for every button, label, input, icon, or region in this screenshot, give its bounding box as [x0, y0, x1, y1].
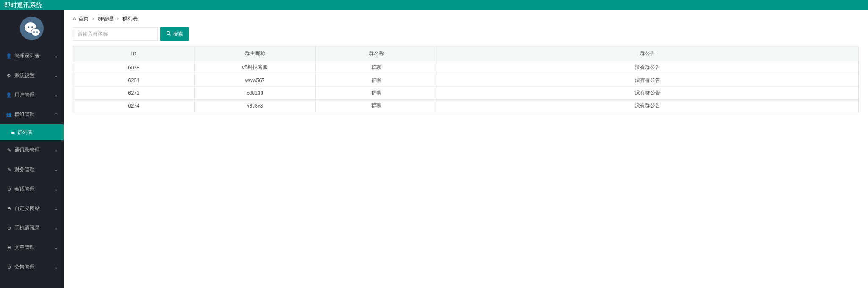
- sidebar-item-label: 手机通讯录: [14, 224, 40, 232]
- cell-id: 6274: [73, 100, 195, 112]
- breadcrumb-home[interactable]: 首页: [78, 15, 89, 22]
- globe-icon: ⊕: [6, 206, 12, 211]
- sidebar-item-group-mgmt[interactable]: 👥 群组管理 ⌃: [0, 105, 64, 124]
- chevron-down-icon: ⌄: [54, 148, 58, 152]
- search-icon: [166, 31, 171, 37]
- sidebar-item-system-settings[interactable]: ⚙ 系统设置 ⌄: [0, 66, 64, 85]
- main-content: ⌂ 首页 › 群管理 › 群列表 搜索 ID 群主昵称: [64, 10, 868, 288]
- sidebar-subitem-label: 群列表: [17, 129, 33, 136]
- list-icon: ☰: [11, 130, 15, 135]
- chevron-down-icon: ⌄: [54, 73, 58, 78]
- sidebar-item-phone-contacts[interactable]: ⊕ 手机通讯录 ⌄: [0, 218, 64, 238]
- table-row[interactable]: 6274 v8v8v8 群聊 没有群公告: [73, 100, 859, 112]
- chevron-down-icon: ⌄: [54, 187, 58, 191]
- sidebar-item-label: 自定义网站: [14, 205, 40, 212]
- gear-icon: ⚙: [6, 73, 12, 78]
- cell-owner: v8科技客服: [195, 61, 316, 74]
- cell-id: 6271: [73, 87, 195, 100]
- topbar: 即时通讯系统: [0, 0, 868, 10]
- sidebar-item-label: 会话管理: [14, 186, 35, 193]
- wechat-icon: [20, 17, 44, 40]
- sidebar: 👤 管理员列表 ⌄ ⚙ 系统设置 ⌄ 👤 用户管理 ⌄ 👥 群组管理 ⌃ ☰ 群…: [0, 10, 64, 288]
- breadcrumb-level1[interactable]: 群管理: [98, 15, 113, 22]
- search-button[interactable]: 搜索: [160, 27, 189, 41]
- cell-id: 6078: [73, 61, 195, 74]
- svg-point-0: [167, 31, 170, 34]
- cell-name: 群聊: [316, 61, 437, 74]
- sidebar-item-label: 通讯录管理: [14, 147, 40, 154]
- search-input[interactable]: [73, 27, 158, 41]
- table-row[interactable]: 6271 xd8133 群聊 没有群公告: [73, 87, 859, 100]
- sidebar-item-label: 管理员列表: [14, 53, 40, 60]
- chevron-down-icon: ⌄: [54, 93, 58, 97]
- cell-name: 群聊: [316, 87, 437, 100]
- globe-icon: ⊕: [6, 264, 12, 270]
- globe-icon: ⊕: [6, 186, 12, 192]
- cell-owner: v8v8v8: [195, 100, 316, 112]
- cell-owner: www567: [195, 74, 316, 87]
- group-table: ID 群主昵称 群名称 群公告 6078 v8科技客服 群聊 没有群公告 626…: [73, 46, 859, 112]
- search-row: 搜索: [64, 27, 868, 46]
- col-header-notice: 群公告: [437, 46, 859, 61]
- col-header-id: ID: [73, 46, 195, 61]
- breadcrumb-sep: ›: [117, 16, 119, 22]
- globe-icon: ⊕: [6, 245, 12, 250]
- sidebar-item-contacts-mgmt[interactable]: ✎ 通讯录管理 ⌄: [0, 140, 64, 160]
- col-header-name: 群名称: [316, 46, 437, 61]
- cell-owner: xd8133: [195, 87, 316, 100]
- cell-id: 6264: [73, 74, 195, 87]
- sidebar-item-label: 用户管理: [14, 91, 35, 99]
- sidebar-item-label: 文章管理: [14, 244, 35, 251]
- sidebar-item-admin-list[interactable]: 👤 管理员列表 ⌄: [0, 46, 64, 66]
- sidebar-item-session-mgmt[interactable]: ⊕ 会话管理 ⌄: [0, 179, 64, 199]
- sidebar-item-label: 公告管理: [14, 263, 35, 271]
- edit-icon: ✎: [6, 147, 12, 153]
- cell-notice: 没有群公告: [437, 100, 859, 112]
- table-header-row: ID 群主昵称 群名称 群公告: [73, 46, 859, 61]
- cell-notice: 没有群公告: [437, 87, 859, 100]
- chevron-down-icon: ⌄: [54, 206, 58, 211]
- edit-icon: ✎: [6, 167, 12, 172]
- chevron-down-icon: ⌄: [54, 226, 58, 230]
- col-header-owner: 群主昵称: [195, 46, 316, 61]
- table-container: ID 群主昵称 群名称 群公告 6078 v8科技客服 群聊 没有群公告 626…: [64, 46, 868, 112]
- breadcrumb: ⌂ 首页 › 群管理 › 群列表: [64, 10, 868, 27]
- cell-name: 群聊: [316, 74, 437, 87]
- logo: [0, 10, 64, 46]
- sidebar-item-label: 财务管理: [14, 166, 35, 173]
- table-row[interactable]: 6078 v8科技客服 群聊 没有群公告: [73, 61, 859, 74]
- search-button-label: 搜索: [173, 30, 183, 38]
- app-title: 即时通讯系统: [4, 1, 42, 9]
- table-row[interactable]: 6264 www567 群聊 没有群公告: [73, 74, 859, 87]
- chevron-down-icon: ⌄: [54, 167, 58, 172]
- sidebar-item-label: 群组管理: [14, 111, 35, 118]
- chevron-down-icon: ⌄: [54, 265, 58, 269]
- sidebar-item-label: 系统设置: [14, 72, 35, 79]
- sidebar-item-article-mgmt[interactable]: ⊕ 文章管理 ⌄: [0, 238, 64, 257]
- sidebar-item-user-mgmt[interactable]: 👤 用户管理 ⌄: [0, 85, 64, 105]
- cell-notice: 没有群公告: [437, 74, 859, 87]
- chevron-down-icon: ⌄: [54, 245, 58, 250]
- cell-name: 群聊: [316, 100, 437, 112]
- home-icon: ⌂: [73, 16, 76, 22]
- chevron-up-icon: ⌃: [54, 112, 58, 117]
- breadcrumb-current: 群列表: [122, 15, 138, 22]
- users-icon: 👥: [6, 112, 12, 117]
- sidebar-item-notice-mgmt[interactable]: ⊕ 公告管理 ⌄: [0, 257, 64, 277]
- svg-line-1: [170, 34, 171, 35]
- sidebar-item-custom-website[interactable]: ⊕ 自定义网站 ⌄: [0, 199, 64, 218]
- cell-notice: 没有群公告: [437, 61, 859, 74]
- chevron-down-icon: ⌄: [54, 54, 58, 58]
- sidebar-item-finance-mgmt[interactable]: ✎ 财务管理 ⌄: [0, 160, 64, 179]
- sidebar-subitem-group-list[interactable]: ☰ 群列表: [0, 124, 64, 140]
- user-icon: 👤: [6, 53, 12, 59]
- globe-icon: ⊕: [6, 225, 12, 231]
- breadcrumb-sep: ›: [92, 16, 94, 22]
- user-icon: 👤: [6, 92, 12, 98]
